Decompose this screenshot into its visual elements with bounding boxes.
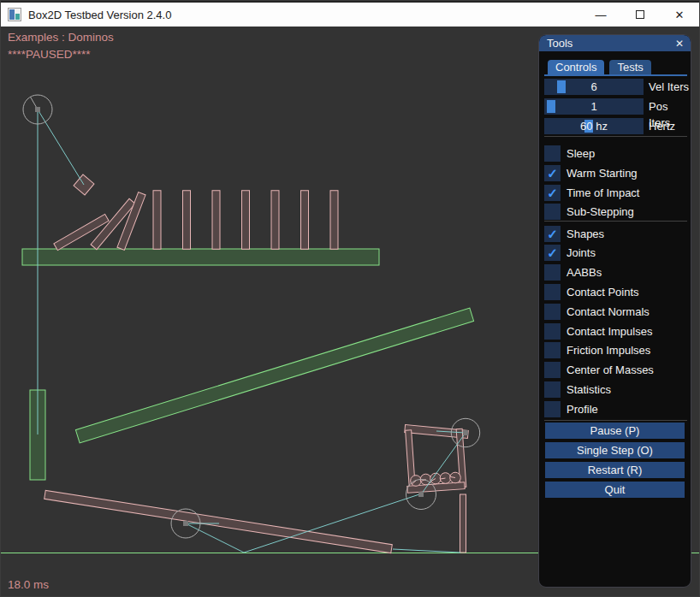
check-icon: ✓ — [547, 185, 558, 201]
checkbox-label: Time of Impact — [567, 185, 639, 201]
checkbox-row-center-of-masses: Center of Masses — [544, 362, 691, 378]
checkbox-profile[interactable] — [544, 401, 561, 417]
window-controls: —✕ — [581, 3, 699, 27]
checkbox-warm-starting[interactable]: ✓ — [544, 165, 561, 181]
check-icon: ✓ — [547, 165, 558, 181]
joint-line — [393, 549, 460, 553]
separator — [544, 221, 687, 222]
domino-7 — [242, 191, 250, 250]
checkbox-row-friction-impulses: Friction Impulses — [544, 342, 691, 358]
app-icon — [8, 8, 21, 21]
tab-controls[interactable]: Controls — [548, 60, 604, 74]
domino-10 — [330, 191, 338, 250]
minimize-button[interactable]: — — [581, 3, 620, 27]
checkbox-label: Friction Impulses — [567, 342, 650, 358]
paused-label: ****PAUSED**** — [8, 48, 91, 61]
single-step-o-button[interactable]: Single Step (O) — [545, 442, 685, 458]
checkbox-label: Contact Impulses — [567, 323, 652, 340]
slider-label: Pos Iters — [649, 98, 691, 115]
separator — [544, 136, 687, 137]
slider-value: 60 hz — [544, 118, 644, 134]
joint-anchor — [35, 107, 40, 112]
ramp — [75, 308, 473, 443]
tab-underline — [544, 74, 687, 76]
domino-8 — [271, 191, 279, 250]
checkbox-row-sleep: Sleep — [544, 145, 691, 162]
checkbox-row-contact-points: Contact Points — [544, 284, 691, 300]
joint-anchor — [183, 521, 188, 526]
checkbox-label: Joints — [567, 245, 596, 261]
slider-row-pos-iters: 1Pos Iters — [544, 98, 691, 115]
tools-panel-titlebar: Tools ✕ — [539, 35, 691, 51]
slider-row-hertz: 60 hzHertz — [544, 118, 691, 134]
slider-row-vel-iters: 6Vel Iters — [544, 79, 691, 95]
tab-bar: ControlsTests — [548, 60, 651, 74]
checkbox-row-shapes: ✓Shapes — [544, 226, 691, 242]
checkbox-label: Warm Starting — [567, 165, 638, 181]
checkbox-contact-points[interactable] — [544, 284, 561, 300]
slider-value: 1 — [544, 98, 644, 115]
quit-button[interactable]: Quit — [545, 482, 685, 498]
restart-r-button[interactable]: Restart (R) — [545, 462, 685, 478]
checkbox-row-profile: Profile — [544, 401, 691, 417]
window-title: Box2D Testbed Version 2.4.0 — [28, 9, 171, 21]
joint-anchor — [418, 492, 424, 497]
domino-6 — [212, 191, 220, 250]
maximize-button[interactable] — [620, 3, 660, 27]
checkbox-statistics[interactable] — [544, 381, 561, 398]
domino-4 — [153, 191, 161, 250]
checkbox-contact-normals[interactable] — [544, 304, 561, 320]
slider-label: Vel Iters — [649, 79, 689, 95]
pause-p-button[interactable]: Pause (P) — [545, 423, 685, 439]
example-label: Examples : Dominos — [8, 31, 114, 44]
domino-5 — [183, 191, 191, 250]
checkbox-label: Statistics — [567, 381, 611, 398]
checkbox-center-of-masses[interactable] — [544, 362, 561, 378]
checkbox-label: Shapes — [567, 226, 604, 242]
separator — [544, 420, 687, 421]
frame-time-label: 18.0 ms — [8, 578, 49, 591]
check-icon: ✓ — [547, 245, 558, 261]
checkbox-label: Sub-Stepping — [567, 204, 634, 220]
checkbox-row-contact-impulses: Contact Impulses — [544, 323, 691, 340]
checkbox-row-joints: ✓Joints — [544, 245, 691, 261]
checkbox-label: Contact Normals — [567, 304, 650, 320]
checkbox-sub-stepping[interactable] — [544, 204, 561, 220]
seesaw-plank — [44, 490, 393, 553]
checkbox-label: Contact Points — [567, 284, 639, 300]
tools-panel-title: Tools — [547, 37, 572, 50]
checkbox-label: Center of Masses — [567, 362, 654, 378]
check-icon: ✓ — [547, 226, 558, 242]
checkbox-shapes[interactable]: ✓ — [544, 226, 561, 242]
tab-tests[interactable]: Tests — [609, 60, 650, 74]
checkbox-friction-impulses[interactable] — [544, 342, 561, 358]
domino-9 — [301, 191, 309, 250]
panel-close-icon[interactable]: ✕ — [675, 38, 684, 50]
checkbox-sleep[interactable] — [544, 145, 561, 162]
checkbox-joints[interactable]: ✓ — [544, 245, 561, 261]
support-post — [460, 494, 466, 553]
shelf-top — [22, 249, 379, 265]
checkbox-row-time-of-impact: ✓Time of Impact — [544, 185, 691, 201]
checkbox-aabbs[interactable] — [544, 264, 561, 281]
checkbox-label: Profile — [567, 401, 598, 417]
checkbox-row-statistics: Statistics — [544, 381, 691, 398]
joint-anchor — [463, 430, 468, 435]
checkbox-time-of-impact[interactable]: ✓ — [544, 185, 561, 201]
joint-line — [38, 109, 84, 185]
simulation-canvas[interactable]: Examples : Dominos ****PAUSED**** 18.0 m… — [1, 27, 700, 597]
tools-panel: Tools ✕ ControlsTests 6Vel Iters1Pos Ite… — [538, 34, 691, 588]
checkbox-row-warm-starting: ✓Warm Starting — [544, 165, 691, 181]
slider-value: 6 — [544, 79, 644, 95]
checkbox-contact-impulses[interactable] — [544, 323, 561, 340]
checkbox-row-contact-normals: Contact Normals — [544, 304, 691, 320]
app-window: Box2D Testbed Version 2.4.0 —✕ Examples … — [0, 0, 700, 597]
checkbox-label: AABBs — [567, 264, 602, 281]
slider-label: Hertz — [649, 118, 675, 134]
checkbox-row-aabbs: AABBs — [544, 264, 691, 281]
window-titlebar: Box2D Testbed Version 2.4.0 —✕ — [1, 1, 699, 27]
checkbox-row-sub-stepping: Sub-Stepping — [544, 204, 691, 220]
checkbox-label: Sleep — [567, 145, 595, 162]
close-button[interactable]: ✕ — [660, 3, 699, 27]
maximize-icon — [636, 10, 644, 19]
